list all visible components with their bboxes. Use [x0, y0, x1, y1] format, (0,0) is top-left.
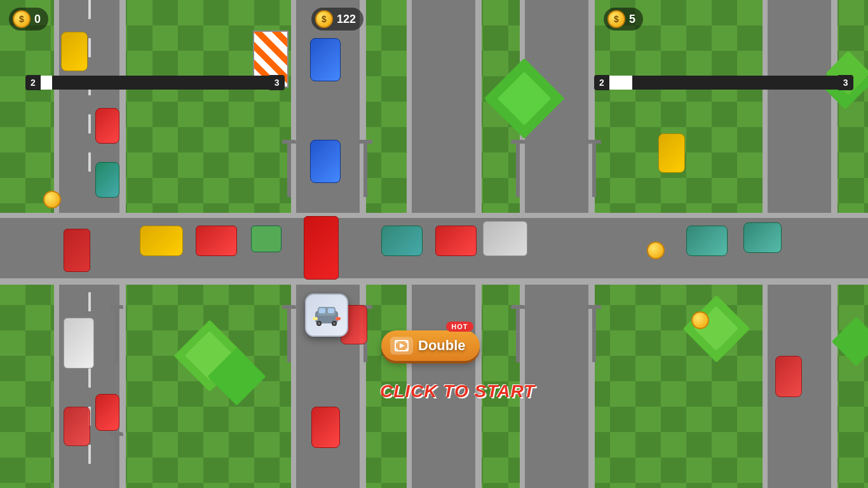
car-int3: [483, 221, 527, 256]
svg-rect-12: [395, 348, 398, 351]
car-firetruck: [304, 216, 339, 280]
car-fr1: [775, 356, 802, 397]
svg-rect-14: [405, 348, 408, 351]
car-center1: [310, 38, 341, 81]
light-6: [592, 140, 596, 197]
car-taxi: [140, 226, 183, 256]
ground-coin-1: [43, 191, 61, 208]
car-sm1: [251, 226, 281, 252]
car-center2: [310, 140, 341, 183]
double-btn-icon: [390, 337, 413, 355]
car-6: [95, 394, 119, 431]
player-car-icon[interactable]: [305, 294, 348, 337]
coin-icon-center: $: [315, 10, 333, 28]
stripe-l10: [88, 445, 91, 464]
click-to-start[interactable]: CLICK TO START: [380, 381, 535, 402]
car-2: [95, 108, 119, 144]
double-button[interactable]: HOT Double: [381, 330, 480, 361]
film-icon: [395, 340, 409, 351]
car-1: [61, 32, 88, 71]
light-5: [516, 140, 520, 197]
car-5: [64, 318, 94, 369]
car-truck1: [196, 226, 237, 256]
svg-rect-13: [405, 341, 408, 343]
car-4: [64, 229, 90, 272]
car-r1: [658, 133, 685, 173]
hot-badge: HOT: [446, 322, 473, 332]
svg-rect-3: [328, 308, 334, 313]
svg-point-6: [318, 322, 320, 325]
light-10: [114, 432, 118, 488]
car-bc1: [311, 407, 340, 448]
ground-coin-3: [691, 311, 709, 329]
progress-fill-right: [609, 76, 632, 90]
stripe-l4: [88, 114, 91, 133]
car-fr2: [743, 222, 782, 253]
car-7: [64, 407, 90, 446]
coin-count-center: 122: [337, 13, 356, 26]
progress-start-right: 2: [599, 78, 604, 88]
car-int1: [381, 226, 423, 256]
stripe-l6: [88, 292, 91, 311]
stripe-l5: [88, 152, 91, 172]
progress-start-left: 2: [31, 78, 36, 88]
svg-rect-9: [336, 317, 341, 320]
progress-bar-left: [41, 76, 269, 90]
svg-rect-11: [395, 341, 398, 343]
progress-end-right: 3: [843, 78, 848, 88]
tree-4: [216, 356, 257, 397]
tree-6: [839, 324, 868, 359]
progress-bar-right: [609, 76, 838, 90]
svg-rect-8: [313, 317, 318, 320]
ground-coin-2: [647, 241, 665, 259]
light-3: [287, 305, 291, 362]
svg-marker-15: [400, 343, 405, 348]
light-9: [114, 305, 118, 362]
road-h1: [0, 213, 868, 218]
coin-display-left: $ 0: [9, 8, 48, 30]
road-h1-main: [0, 218, 868, 278]
light-2: [363, 140, 367, 197]
progress-end-left: 3: [275, 78, 280, 88]
svg-point-7: [333, 322, 336, 325]
car-int2: [435, 226, 477, 256]
light-7: [516, 305, 520, 362]
light-1: [287, 140, 291, 197]
coin-count-left: 0: [34, 13, 41, 26]
stripe-l8: [88, 369, 91, 388]
coin-icon-right: $: [607, 10, 625, 28]
game-background: $ 0 $ 122 $ 5 2 3 2 3: [0, 0, 868, 488]
light-8: [592, 305, 596, 362]
road-h1-sw: [0, 278, 868, 285]
coin-display-right: $ 5: [604, 8, 643, 30]
svg-rect-2: [319, 308, 325, 313]
coin-icon-left: $: [13, 10, 31, 28]
stripe-l1: [88, 0, 91, 19]
progress-fill-left: [41, 76, 52, 90]
double-btn-label: Double: [418, 337, 466, 354]
stripe-l2: [88, 38, 91, 57]
car-r2: [686, 226, 728, 256]
coin-display-center: $ 122: [311, 8, 363, 30]
tree-1: [496, 70, 553, 127]
coin-count-right: 5: [629, 13, 635, 26]
car-svg: [313, 304, 341, 326]
car-3: [95, 162, 119, 198]
